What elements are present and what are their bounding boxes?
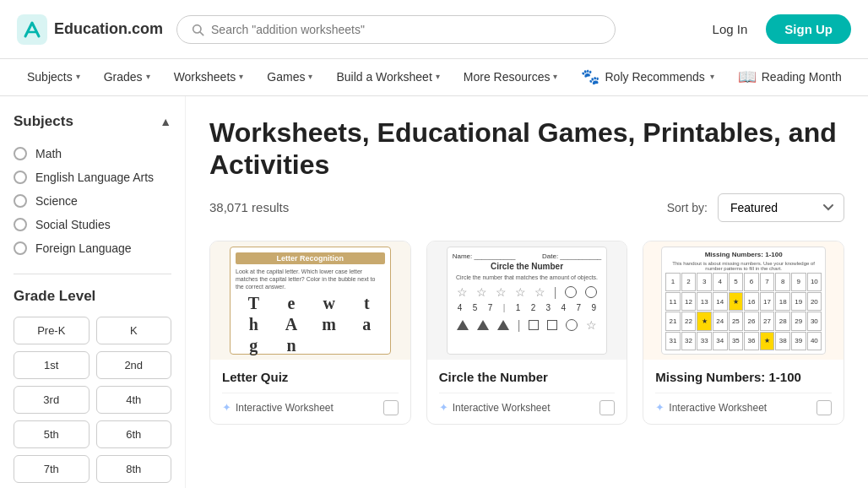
card-checkbox-circle-number[interactable] [599, 400, 615, 415]
grade-6th[interactable]: 6th [96, 420, 172, 448]
nav-games-label: Games [267, 70, 305, 84]
subjects-section-title[interactable]: Subjects ▲ [14, 113, 171, 130]
missing-cell-8: 9 [791, 273, 806, 291]
sidebar-science-label: Science [35, 194, 78, 208]
nav-games[interactable]: Games ▾ [257, 59, 323, 96]
radio-science[interactable] [14, 194, 27, 208]
nav-subjects[interactable]: Subjects ▾ [17, 59, 90, 96]
card-title-circle-number: Circle the Number [439, 370, 616, 384]
card-checkbox-missing-numbers[interactable] [816, 400, 832, 415]
sidebar-ela-label: English Language Arts [35, 171, 154, 184]
signup-button[interactable]: Sign Up [766, 14, 851, 44]
grade-prek[interactable]: Pre-K [14, 317, 90, 344]
card-circle-number[interactable]: Name: ___________ Date: ___________ Circ… [426, 241, 628, 425]
sort-row: Sort by: Featured Most Popular Newest Al… [667, 193, 844, 222]
card-image-letter-quiz: Letter Recognition Look at the capital l… [210, 241, 410, 360]
triangle-shape [457, 320, 469, 330]
ws-number-instruction: Circle the number that matches the amoun… [453, 274, 602, 280]
missing-cell-14: ★ [729, 292, 744, 311]
grade-4th[interactable]: 4th [96, 386, 172, 414]
ws-cell-a: a [349, 315, 385, 334]
search-bar[interactable] [176, 15, 616, 44]
ws-name-label: Name: ___________ [453, 252, 516, 260]
missing-cell-19: 20 [807, 292, 822, 311]
worksheet-preview-number: Name: ___________ Date: ___________ Circ… [447, 247, 608, 355]
ws-stars-row: ☆ ☆ ☆ ☆ ☆ | [453, 285, 602, 299]
num-4: 4 [458, 303, 463, 312]
logo[interactable]: Education.com [17, 14, 163, 45]
search-input[interactable] [211, 23, 601, 36]
num-1: 1 [516, 303, 521, 312]
missing-cell-31: 32 [681, 332, 697, 350]
card-badge-missing-numbers: ✦ Interactive Worksheet [655, 401, 767, 414]
missing-cell-11: 12 [681, 292, 697, 311]
chevron-down-icon: ▾ [146, 72, 150, 81]
grade-3rd[interactable]: 3rd [14, 386, 90, 414]
sidebar-social-studies-label: Social Studies [35, 218, 111, 231]
worksheet-preview-letter: Letter Recognition Look at the capital l… [230, 247, 391, 355]
star-icon: ✦ [222, 401, 231, 414]
square-shape-2 [547, 320, 557, 330]
grade-k[interactable]: K [96, 317, 172, 344]
nav-grades[interactable]: Grades ▾ [94, 59, 160, 96]
ws-missing-desc: This handout is about missing numbers. U… [665, 261, 822, 271]
radio-ela[interactable] [14, 171, 27, 184]
grade-1st[interactable]: 1st [14, 351, 90, 379]
nav-roly-recommends[interactable]: 🐾 Roly Recommends ▾ [571, 59, 724, 96]
nav-build-worksheet[interactable]: Build a Worksheet ▾ [326, 59, 449, 96]
missing-cell-38: 39 [791, 332, 806, 350]
nav-worksheets-label: Worksheets [174, 70, 236, 84]
sort-select[interactable]: Featured Most Popular Newest Alphabetica… [718, 193, 844, 222]
card-image-circle-number: Name: ___________ Date: ___________ Circ… [427, 241, 627, 360]
worksheet-preview-missing: Missing Numbers: 1-100 This handout is a… [661, 247, 826, 355]
card-letter-quiz[interactable]: Letter Recognition Look at the capital l… [209, 241, 411, 425]
radio-math[interactable] [14, 147, 27, 160]
radio-foreign-language[interactable] [14, 241, 27, 255]
ws-separator: | [554, 285, 557, 299]
num-9: 9 [591, 303, 596, 312]
card-title-missing-numbers: Missing Numbers: 1-100 [655, 370, 832, 384]
sidebar-math-label: Math [35, 147, 62, 160]
sidebar-divider [14, 274, 171, 274]
missing-cell-32: 33 [697, 332, 712, 350]
card-footer-missing-numbers: ✦ Interactive Worksheet [655, 393, 832, 415]
missing-cell-22: ★ [697, 312, 712, 330]
sidebar-item-social-studies[interactable]: Social Studies [14, 213, 171, 236]
card-footer-letter-quiz: ✦ Interactive Worksheet [222, 393, 399, 415]
card-badge-label-number: Interactive Worksheet [453, 402, 551, 414]
missing-cell-18: 19 [791, 292, 806, 311]
sidebar-item-science[interactable]: Science [14, 189, 171, 213]
grade-8th[interactable]: 8th [96, 455, 172, 483]
svg-line-2 [200, 32, 203, 35]
nav-more-resources-label: More Resources [464, 70, 551, 84]
sidebar-item-ela[interactable]: English Language Arts [14, 165, 171, 189]
card-title-letter-quiz: Letter Quiz [222, 370, 399, 384]
card-body-missing-numbers: Missing Numbers: 1-100 ✦ Interactive Wor… [643, 360, 844, 424]
grade-7th[interactable]: 7th [14, 455, 90, 483]
missing-cell-9: 10 [807, 273, 822, 291]
sidebar-item-math[interactable]: Math [14, 142, 171, 165]
ws-shapes-row-2: | ☆ [453, 318, 602, 332]
card-missing-numbers[interactable]: Missing Numbers: 1-100 This handout is a… [643, 241, 844, 425]
ws-cell-n: n [274, 336, 310, 355]
ws-cell-T: T [236, 294, 272, 313]
num-2: 2 [531, 303, 536, 312]
triangle-shape-3 [497, 320, 509, 330]
radio-social-studies[interactable] [14, 218, 27, 231]
sidebar-item-foreign-language[interactable]: Foreign Language [14, 236, 171, 260]
separator-3: | [518, 318, 521, 332]
nav-worksheets[interactable]: Worksheets ▾ [164, 59, 254, 96]
login-button[interactable]: Log In [704, 17, 757, 41]
header: Education.com Log In Sign Up [0, 0, 868, 59]
missing-cell-4: 5 [729, 273, 744, 291]
card-checkbox-letter-quiz[interactable] [383, 400, 399, 415]
missing-cell-13: 14 [713, 292, 728, 311]
missing-cell-0: 1 [665, 273, 681, 291]
nav-reading-month[interactable]: 📖 Reading Month [728, 59, 852, 96]
square-shape [529, 320, 539, 330]
grade-5th[interactable]: 5th [14, 420, 90, 448]
nav-more-resources[interactable]: More Resources ▾ [453, 59, 568, 96]
grade-2nd[interactable]: 2nd [96, 351, 172, 379]
separator-2: | [503, 303, 506, 312]
ws-cell-g: g [236, 336, 272, 355]
